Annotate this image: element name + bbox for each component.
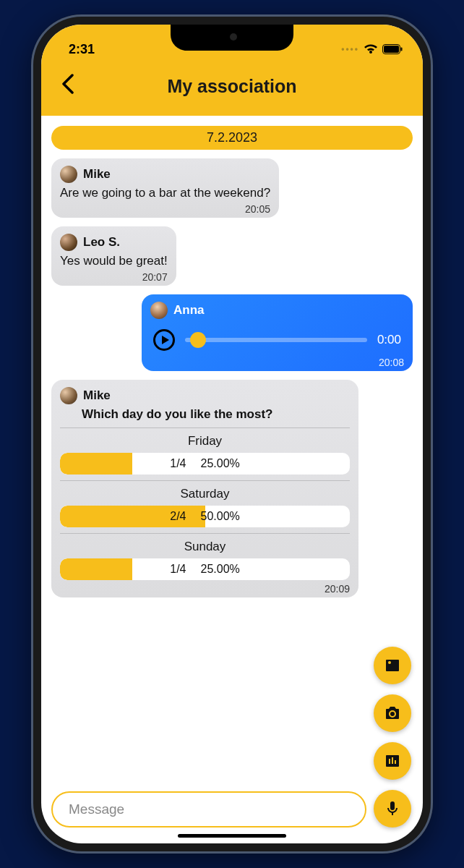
message-bubble[interactable]: Mike Are we going to a bar at the weeken… [51, 158, 279, 218]
bar-chart-icon [384, 752, 401, 770]
poll-fill [60, 453, 132, 475]
sender-name: Mike [83, 167, 111, 182]
camera-button[interactable] [374, 694, 411, 732]
poll-option-label: Saturday [60, 487, 350, 501]
poll-bar: 2/4 50.00% [60, 506, 350, 527]
battery-icon [382, 44, 403, 54]
poll-count: 1/4 [170, 563, 186, 576]
voice-button[interactable] [374, 790, 411, 827]
poll-bar: 1/4 25.00% [60, 558, 350, 580]
audio-slider[interactable] [185, 338, 367, 342]
gallery-button[interactable] [374, 647, 411, 684]
messages-scroll[interactable]: 7.2.2023 Mike Are we going to a bar at t… [41, 116, 423, 783]
page-title: My association [41, 76, 423, 97]
poll-percent: 25.00% [200, 457, 239, 470]
poll-bar: 1/4 25.00% [60, 453, 350, 475]
wifi-icon [364, 43, 378, 55]
image-icon [384, 657, 401, 674]
poll-count: 2/4 [170, 510, 186, 523]
divider [60, 480, 350, 481]
svg-rect-2 [401, 48, 403, 51]
poll-option[interactable]: Friday 1/4 25.00% [60, 433, 350, 476]
audio-message-bubble[interactable]: Anna 0:00 20:08 [142, 294, 413, 371]
home-indicator[interactable] [178, 834, 286, 838]
avatar [60, 166, 77, 183]
message-text: Yes would be great! [60, 254, 168, 270]
mic-icon [384, 800, 401, 817]
poll-fill [60, 558, 132, 580]
poll-option-label: Friday [60, 434, 350, 448]
message-time: 20:08 [150, 357, 404, 368]
avatar [60, 234, 77, 251]
poll-option[interactable]: Saturday 2/4 50.00% [60, 485, 350, 529]
camera-icon [384, 705, 401, 722]
poll-title: Which day do you like the most? [82, 407, 350, 422]
poll-percent: 25.00% [200, 563, 239, 576]
back-button[interactable] [56, 71, 80, 102]
sender-name: Mike [83, 388, 111, 403]
sender-name: Anna [173, 303, 205, 318]
poll-message-bubble[interactable]: Mike Which day do you like the most? Fri… [51, 380, 358, 597]
svg-rect-1 [384, 46, 399, 53]
poll-percent: 50.00% [200, 510, 239, 523]
play-icon [162, 336, 169, 344]
status-time: 2:31 [69, 42, 95, 57]
slider-thumb[interactable] [190, 332, 206, 348]
message-time: 20:07 [60, 271, 168, 283]
play-button[interactable] [153, 329, 175, 351]
date-chip: 7.2.2023 [51, 126, 413, 150]
divider [60, 533, 350, 534]
chat-header: My association [41, 64, 423, 116]
audio-position: 0:00 [377, 333, 401, 347]
message-time: 20:09 [60, 583, 350, 595]
message-input[interactable] [51, 791, 366, 827]
message-bubble[interactable]: Leo S. Yes would be great! 20:07 [51, 226, 176, 286]
poll-option[interactable]: Sunday 1/4 25.00% [60, 538, 350, 582]
divider [60, 427, 350, 428]
message-time: 20:05 [60, 203, 270, 215]
cellular-dots-icon: •••• [341, 44, 359, 54]
poll-option-label: Sunday [60, 540, 350, 554]
poll-button[interactable] [374, 742, 411, 780]
sender-name: Leo S. [83, 235, 120, 250]
poll-count: 1/4 [170, 457, 186, 470]
message-text: Are we going to a bar at the weekend? [60, 186, 270, 202]
avatar [150, 302, 168, 319]
avatar [60, 387, 77, 404]
